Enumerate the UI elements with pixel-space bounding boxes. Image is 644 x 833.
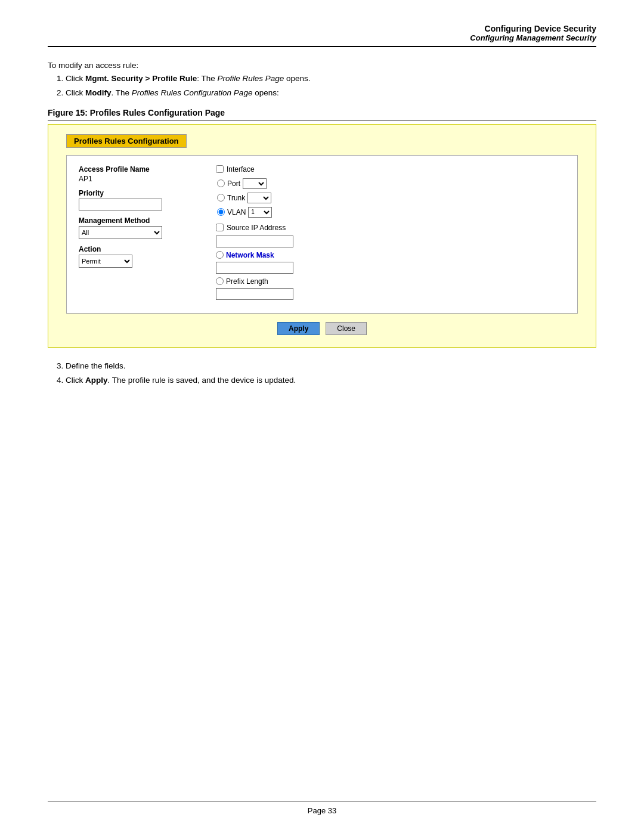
close-button[interactable]: Close bbox=[326, 322, 367, 335]
management-method-select[interactable]: All bbox=[79, 226, 162, 239]
port-label: Port bbox=[227, 179, 240, 188]
interface-label: Interface bbox=[227, 165, 255, 174]
prefix-length-radio[interactable] bbox=[216, 277, 224, 285]
port-select[interactable] bbox=[243, 178, 267, 189]
intro-preamble: To modify an access rule: bbox=[48, 59, 596, 72]
header-divider bbox=[48, 46, 596, 47]
intro-step-2-italic: Profiles Rules Configuration Page bbox=[132, 88, 253, 97]
header-title: Configuring Device Security bbox=[48, 24, 596, 33]
left-column: Access Profile Name AP1 Priority Managem… bbox=[79, 165, 198, 304]
prefix-length-input[interactable] bbox=[216, 288, 293, 300]
trunk-radio[interactable] bbox=[217, 194, 225, 202]
interface-checkbox[interactable] bbox=[216, 165, 224, 173]
intro-step-2: Click Modify. The Profiles Rules Configu… bbox=[66, 86, 596, 100]
network-mask-label: Network Mask bbox=[226, 251, 274, 259]
header-subtitle: Configuring Management Security bbox=[48, 33, 596, 42]
trunk-radio-row: Trunk bbox=[217, 193, 565, 203]
vlan-radio-row: VLAN 1 bbox=[217, 207, 565, 218]
source-ip-row: Source IP Address bbox=[216, 224, 565, 232]
panel-title-bar: Profiles Rules Configuration bbox=[66, 134, 578, 155]
figure-title: Figure 15: Profiles Rules Configuration … bbox=[48, 108, 596, 120]
access-profile-name-value: AP1 bbox=[79, 175, 198, 183]
action-label: Action bbox=[79, 245, 198, 253]
page-footer: Page 33 bbox=[48, 801, 596, 815]
access-profile-name-label: Access Profile Name bbox=[79, 165, 198, 174]
figure-container: Profiles Rules Configuration Access Prof… bbox=[48, 124, 596, 348]
right-column: Interface Port Trunk bbox=[216, 165, 565, 304]
source-ip-section: Source IP Address Network Mask Prefix Le… bbox=[216, 224, 565, 300]
prefix-length-row: Prefix Length bbox=[216, 277, 565, 286]
port-radio-row: Port bbox=[217, 178, 565, 189]
panel-body: Access Profile Name AP1 Priority Managem… bbox=[66, 155, 578, 314]
network-mask-radio[interactable] bbox=[216, 251, 224, 259]
source-ip-label: Source IP Address bbox=[227, 224, 286, 232]
button-row: Apply Close bbox=[66, 322, 578, 335]
vlan-label: VLAN bbox=[227, 208, 246, 216]
post-step-4-bold: Apply bbox=[85, 376, 108, 385]
priority-label: Priority bbox=[79, 189, 198, 197]
intro-section: To modify an access rule: Click Mgmt. Se… bbox=[48, 59, 596, 100]
page-number: Page 33 bbox=[308, 806, 336, 815]
page-header: Configuring Device Security Configuring … bbox=[48, 24, 596, 42]
post-steps-list: Define the fields. Click Apply. The prof… bbox=[66, 360, 596, 387]
post-steps-section: Define the fields. Click Apply. The prof… bbox=[48, 360, 596, 387]
action-select[interactable]: Permit bbox=[79, 255, 132, 268]
intro-step-2-bold: Modify bbox=[85, 88, 112, 97]
intro-step-1: Click Mgmt. Security > Profile Rule: The… bbox=[66, 72, 596, 85]
apply-button[interactable]: Apply bbox=[277, 322, 320, 335]
priority-input[interactable] bbox=[79, 199, 162, 210]
intro-steps: Click Mgmt. Security > Profile Rule: The… bbox=[66, 72, 596, 100]
network-mask-input[interactable] bbox=[216, 262, 293, 274]
port-radio[interactable] bbox=[217, 179, 225, 187]
management-method-label: Management Method bbox=[79, 216, 198, 225]
source-ip-input[interactable] bbox=[216, 236, 293, 247]
interface-type-group: Port Trunk VLAN 1 bbox=[217, 178, 565, 218]
intro-step-1-bold: Mgmt. Security > Profile Rule bbox=[85, 74, 197, 83]
network-mask-row: Network Mask bbox=[216, 251, 565, 259]
source-ip-checkbox[interactable] bbox=[216, 224, 224, 231]
trunk-label: Trunk bbox=[227, 194, 245, 202]
post-step-4: Click Apply. The profile rule is saved, … bbox=[66, 374, 596, 387]
post-step-3: Define the fields. bbox=[66, 360, 596, 373]
vlan-select[interactable]: 1 bbox=[248, 207, 272, 218]
panel-title: Profiles Rules Configuration bbox=[66, 134, 187, 148]
trunk-select[interactable] bbox=[247, 193, 271, 203]
interface-row: Interface bbox=[216, 165, 565, 174]
intro-step-1-italic: Profile Rules Page bbox=[217, 74, 284, 83]
prefix-length-label: Prefix Length bbox=[226, 277, 268, 286]
vlan-radio[interactable] bbox=[217, 208, 225, 216]
